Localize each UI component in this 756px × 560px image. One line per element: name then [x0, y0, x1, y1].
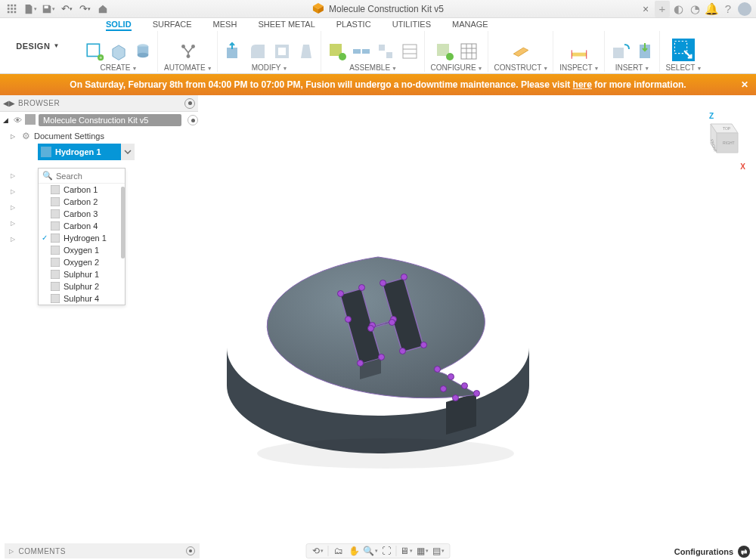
group-configure: CONFIGURE▼	[426, 31, 488, 72]
bom-icon[interactable]	[400, 42, 420, 61]
home-icon[interactable]	[95, 2, 110, 17]
list-item[interactable]: Hydrogen 1	[39, 232, 125, 244]
svg-point-68	[257, 438, 514, 469]
component-icon[interactable]	[327, 42, 347, 61]
tab-manage[interactable]: MANAGE	[452, 20, 488, 31]
svg-point-19	[138, 53, 149, 58]
config-icon[interactable]	[435, 42, 454, 61]
config-dropdown-button[interactable]	[121, 144, 135, 160]
automate-icon[interactable]	[178, 42, 198, 61]
redo-icon[interactable]: ↷▾	[77, 2, 92, 17]
expand-icon[interactable]: ▷	[9, 548, 14, 555]
list-item[interactable]: Sulphur 2	[39, 280, 125, 292]
browser-settings-icon[interactable]	[184, 98, 195, 109]
collapse-browser-icon[interactable]: ◀▶	[3, 99, 14, 107]
save-icon[interactable]: ▾	[41, 2, 56, 17]
list-item[interactable]: Carbon 1	[39, 184, 125, 196]
visibility-icon[interactable]: 👁	[14, 116, 22, 125]
new-file-icon[interactable]: ▾	[23, 2, 38, 17]
zoom-icon[interactable]: 🔍	[364, 545, 377, 557]
cylinder-icon[interactable]	[133, 42, 153, 61]
tree-active-config[interactable]: Hydrogen 1	[38, 144, 121, 160]
plane-icon[interactable]	[511, 42, 531, 61]
display-icon[interactable]: 🖥	[400, 545, 414, 557]
expand-icon[interactable]: ▷	[11, 236, 15, 247]
expand-icon[interactable]: ▷	[11, 220, 15, 231]
svg-rect-5	[14, 8, 17, 10]
extensions-icon[interactable]: ◐	[670, 1, 686, 17]
tab-mesh[interactable]: MESH	[213, 20, 237, 31]
fit-icon[interactable]: ⛶	[380, 545, 393, 557]
shell-icon[interactable]	[272, 42, 292, 61]
user-avatar[interactable]	[736, 1, 753, 17]
sketch-icon[interactable]: +	[85, 42, 104, 61]
insert-icon[interactable]	[635, 42, 655, 61]
lookat-icon[interactable]: 🗂	[332, 545, 345, 557]
asbuilt-icon[interactable]	[376, 42, 395, 61]
search-input[interactable]	[56, 172, 116, 181]
new-tab-icon[interactable]: +	[655, 1, 670, 17]
list-item[interactable]: Carbon 2	[39, 196, 125, 208]
tree-docsettings[interactable]: ▷ ⚙ Document Settings	[0, 128, 198, 144]
list-item[interactable]: Carbon 3	[39, 208, 125, 220]
activate-icon[interactable]	[187, 115, 198, 125]
comments-settings-icon[interactable]	[186, 546, 195, 555]
expand-icon[interactable]: ▷	[11, 188, 15, 200]
close-banner-icon[interactable]: ✕	[741, 79, 748, 90]
apps-grid-icon[interactable]	[5, 2, 20, 17]
comments-panel-header[interactable]: ▷ COMMENTS	[5, 543, 200, 558]
notifications-icon[interactable]: 🔔	[703, 1, 720, 17]
body-icon	[51, 234, 60, 243]
draft-icon[interactable]	[296, 42, 316, 61]
list-item[interactable]: Sulphur 4	[39, 292, 125, 305]
svg-rect-60	[51, 282, 60, 291]
tab-utilities[interactable]: UTILITIES	[392, 20, 431, 31]
close-tab-icon[interactable]: ×	[637, 3, 655, 15]
scrollbar[interactable]	[120, 184, 125, 305]
configurations-button[interactable]: Configurations ⇄	[674, 546, 750, 558]
list-item[interactable]: Sulphur 1	[39, 268, 125, 280]
svg-rect-30	[362, 49, 370, 54]
select-icon[interactable]	[672, 39, 695, 61]
list-item[interactable]: Carbon 4	[39, 220, 125, 232]
expand-icon[interactable]: ▷	[11, 204, 15, 215]
list-item[interactable]: Oxygen 2	[39, 256, 125, 268]
help-icon[interactable]: ?	[720, 1, 736, 17]
tree-root[interactable]: ◢ 👁 Molecule Construction Kit v5	[0, 112, 198, 128]
expand-icon[interactable]: ▷	[11, 133, 18, 140]
body-icon	[51, 270, 60, 279]
jobs-icon[interactable]: ◔	[686, 1, 703, 17]
banner-link[interactable]: here	[573, 79, 592, 90]
measure-icon[interactable]	[569, 42, 589, 61]
tab-plastic[interactable]: PLASTIC	[336, 20, 371, 31]
viewports-icon[interactable]: ▤	[432, 545, 445, 557]
tab-surface[interactable]: SURFACE	[153, 20, 192, 31]
joint-icon[interactable]	[352, 42, 371, 61]
group-modify: MODIFY▼	[219, 31, 321, 72]
dropdown-list: Carbon 1 Carbon 2 Carbon 3 Carbon 4 Hydr…	[39, 184, 125, 305]
viewcube[interactable]: Z TOP FRONT RIGHT X	[700, 116, 742, 165]
presspull-icon[interactable]	[224, 42, 243, 61]
pan-icon[interactable]: ✋	[348, 545, 361, 557]
box-icon[interactable]	[109, 42, 129, 61]
svg-rect-1	[11, 4, 13, 6]
orbit-icon[interactable]: ⟲	[311, 545, 325, 557]
tab-solid[interactable]: SOLID	[106, 20, 132, 31]
expand-icon[interactable]: ◢	[3, 116, 11, 124]
viewport-model[interactable]	[197, 212, 559, 484]
config-dropdown: 🔍 Carbon 1 Carbon 2 Carbon 3 Carbon 4 Hy…	[38, 168, 125, 305]
grid-icon[interactable]: ▦	[416, 545, 429, 557]
root-label[interactable]: Molecule Construction Kit v5	[39, 114, 181, 126]
workspace-switcher[interactable]: DESIGN▼	[0, 18, 76, 73]
list-item[interactable]: Oxygen 1	[39, 244, 125, 256]
insert-derive-icon[interactable]	[611, 42, 631, 61]
table-icon[interactable]	[459, 42, 479, 61]
tab-sheetmetal[interactable]: SHEET METAL	[258, 20, 314, 31]
svg-rect-61	[51, 294, 60, 303]
svg-rect-52	[51, 185, 60, 194]
undo-icon[interactable]: ↶▾	[59, 2, 74, 17]
expand-icon[interactable]: ▷	[11, 172, 15, 184]
svg-rect-31	[379, 45, 385, 51]
svg-rect-6	[8, 11, 10, 13]
fillet-icon[interactable]	[248, 42, 268, 61]
